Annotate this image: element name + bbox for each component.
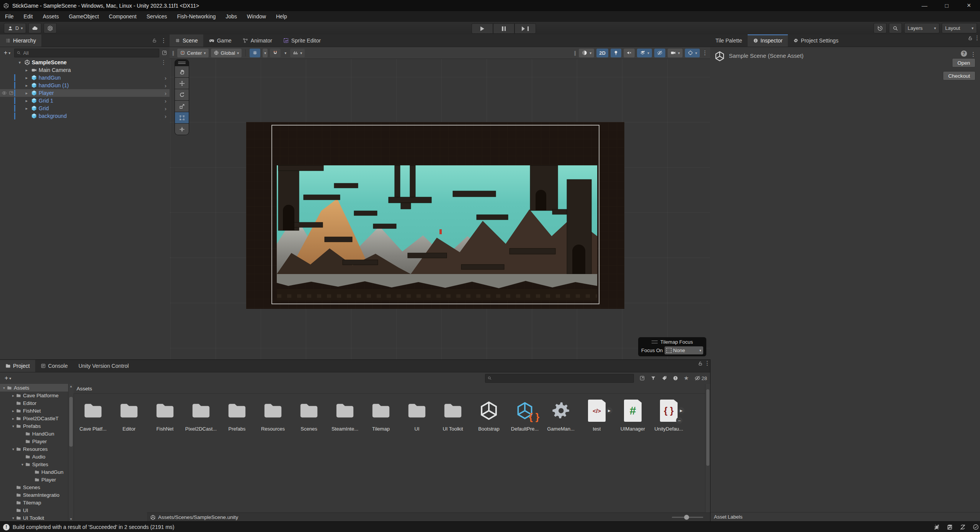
tree-row[interactable]: Audio [0,453,68,460]
expand-triangle[interactable]: ▸ [24,91,29,96]
tree-row[interactable]: Editor [0,399,68,407]
grid-options-dropdown[interactable]: ▾ [263,49,268,57]
create-object-button[interactable]: + ▾ [2,49,12,56]
tree-row[interactable]: ▾ Sprites [0,460,68,468]
version-control-button[interactable] [44,23,57,33]
hierarchy-row[interactable]: ▸ Main Camera [0,66,170,74]
hidden-packages-toggle[interactable]: 28 [694,375,707,381]
asset-tile[interactable]: Tilemap [363,395,399,432]
panel-menu-icon[interactable]: ⋮ [161,37,167,44]
focus-on-dropdown[interactable]: None ▾ [665,346,703,354]
asset-tile[interactable]: Editor [111,395,147,432]
scene-picker-icon[interactable] [162,50,167,56]
asset-tile[interactable]: Resources [255,395,291,432]
create-asset-button[interactable]: + ▾ [3,375,13,382]
pivot-mode-dropdown[interactable]: Center ▾ [177,49,209,57]
asset-tile[interactable]: UI [399,395,435,432]
expand-triangle[interactable]: ▾ [17,60,23,65]
open-in-search-window-icon[interactable] [639,375,645,381]
asset-tile[interactable]: FishNet [147,395,183,432]
expand-badge[interactable]: ▶ [678,407,684,414]
tree-row[interactable]: ▾ UI Toolkit [0,514,68,522]
expand-triangle[interactable]: ▸ [24,83,29,88]
gizmos-dropdown[interactable]: ▾ [685,49,700,57]
inspector-tab[interactable]: Inspector [748,34,788,47]
menu-item[interactable]: Fish-Networking [172,11,220,22]
open-button[interactable]: Open [952,58,975,67]
toolbar-drag-handle[interactable]: ∥ [172,50,175,56]
toolbar-drag-handle[interactable]: ∥ [574,50,577,56]
scene-view-tab[interactable]: Animator [237,34,278,47]
tree-row[interactable]: HandGun [0,430,68,437]
lock-icon[interactable] [152,38,157,44]
asset-tile[interactable]: Scenes [291,395,327,432]
scrollbar-thumb[interactable] [69,397,73,447]
expand-triangle[interactable]: ▾ [20,462,25,467]
asset-tile[interactable]: { } ▶ – UnityDefau... [651,395,687,432]
hidden-objects-button[interactable] [654,49,665,57]
tree-row[interactable]: Tilemap [0,499,68,506]
prefab-chevron-icon[interactable]: › [165,90,170,96]
asset-tile[interactable]: { } DefaultPre... [507,395,543,432]
expand-triangle[interactable]: ▸ [11,409,16,413]
project-tab[interactable]: Unity Version Control [73,360,134,372]
camera-settings-dropdown[interactable]: ▾ [668,49,683,57]
play-button[interactable] [472,23,493,34]
handle-space-dropdown[interactable]: Global ▾ [211,49,242,57]
search-alerts-icon[interactable] [673,375,678,381]
prefab-chevron-icon[interactable]: › [165,105,170,112]
checkout-button[interactable]: Checkout [943,71,975,80]
eye-icon[interactable] [2,90,7,96]
menu-item[interactable]: Jobs [221,11,242,22]
menu-item[interactable]: GameObject [64,11,104,22]
tree-row[interactable]: ▾ Resources [0,445,68,453]
lock-icon[interactable] [698,361,703,367]
asset-tile[interactable]: Bootstrap [471,395,507,432]
menu-item[interactable]: Help [271,11,292,22]
expand-triangle[interactable]: ▸ [11,393,16,398]
pick-icon[interactable] [9,90,14,96]
transform-tool-button[interactable] [175,124,189,135]
menu-item[interactable]: Component [104,11,141,22]
search-by-type-icon[interactable] [650,375,656,381]
asset-tile[interactable]: # UIManager [615,395,651,432]
scale-tool-button[interactable] [175,101,189,112]
asset-tile[interactable]: Prefabs [219,395,255,432]
expand-triangle[interactable]: ▸ [24,75,29,80]
move-tool-button[interactable] [175,78,189,89]
effects-dropdown[interactable]: ▾ [637,49,652,57]
hierarchy-row[interactable]: ▾ SampleScene ⋮ [0,59,170,66]
tree-row[interactable]: UI [0,506,68,514]
expand-badge[interactable]: ▶ [606,407,612,414]
tree-row[interactable]: ▾ Prefabs [0,422,68,430]
asset-labels-section[interactable]: Asset Labels [710,512,980,521]
close-button[interactable]: × [958,0,980,11]
hierarchy-row[interactable]: ▸ Grid 1 › [0,97,170,104]
project-tab[interactable]: Project [0,360,35,372]
search-by-label-icon[interactable] [662,375,667,381]
tree-row[interactable]: Player [0,437,68,445]
hierarchy-row[interactable]: ▸ Grid › [0,104,170,112]
scene-viewport[interactable]: Tilemap Focus Focus On None ▾ [170,59,710,359]
inspector-tab[interactable]: Project Settings [788,34,844,47]
tree-row[interactable]: ▾ Assets [0,384,68,392]
hierarchy-row[interactable]: background › [0,112,170,120]
status-message[interactable]: Build completed with a result of 'Succee… [13,524,174,530]
progress-complete-icon[interactable] [972,524,979,530]
minimize-button[interactable]: — [913,0,936,11]
project-search-input[interactable] [485,374,634,383]
menu-item[interactable]: Window [242,11,271,22]
search-button[interactable] [889,23,902,33]
step-button[interactable] [514,23,536,34]
expand-triangle[interactable]: ▾ [11,447,16,451]
hierarchy-row[interactable]: ▸ handGun › [0,74,170,82]
debugger-disabled-icon[interactable] [933,524,940,530]
tree-row[interactable]: ▸ FishNet [0,407,68,415]
scene-view-tab[interactable]: Sprite Editor [278,34,326,47]
expand-triangle[interactable]: ▸ [24,98,29,103]
snap-options-dropdown[interactable]: ▾ [283,49,288,57]
account-button[interactable]: D ▾ [4,23,26,33]
expand-triangle[interactable]: ▾ [2,386,7,390]
overlay-drag-handle[interactable] [175,60,189,66]
asset-tile[interactable]: GameMan... [543,395,579,432]
